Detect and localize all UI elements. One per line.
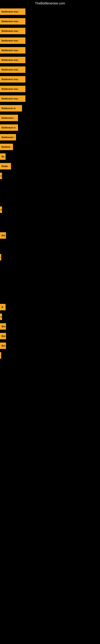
bottleneck-badge: Bot (0, 333, 6, 339)
list-item[interactable]: | (0, 352, 100, 360)
bottleneck-badge: Bot (0, 342, 6, 349)
list-item[interactable]: Bottlene (0, 143, 100, 151)
bottleneck-badge: Bot (0, 323, 6, 330)
list-item[interactable]: Bo (0, 152, 100, 160)
bottleneck-badge: Bottleneck r (0, 134, 16, 140)
bottleneck-badge: Bottleneck resu (0, 38, 25, 44)
list-item[interactable]: Bottleneck resu (0, 17, 100, 25)
list-item[interactable]: Bottleneck resu (0, 37, 100, 45)
list-item[interactable]: Bottleneck resu (0, 66, 100, 74)
list-item[interactable]: Bottleneck resu (0, 56, 100, 64)
gap-spacer (0, 215, 100, 232)
bottleneck-badge: Bottleneck r (0, 115, 18, 121)
list-item[interactable]: B (0, 172, 100, 180)
bottleneck-badge: B (0, 206, 2, 213)
list-item[interactable]: Bottleneck resu (0, 27, 100, 35)
list-item[interactable]: Bottleneck re (0, 104, 100, 112)
list-item[interactable]: Bottleneck r (0, 133, 100, 141)
bottleneck-badge: Bottleneck resu (0, 47, 25, 54)
bottleneck-badge: B (0, 173, 2, 179)
bottleneck-badge: B (0, 304, 6, 310)
gap-spacer (0, 263, 100, 303)
list-item[interactable]: Bot (0, 232, 100, 240)
bottleneck-badge: Bottleneck resu (0, 8, 25, 15)
list-item[interactable]: B (0, 313, 100, 321)
bottleneck-badge: | (0, 254, 1, 260)
list-item[interactable]: Bottleneck resu (0, 75, 100, 83)
bottleneck-badge: Bottleneck resu (0, 86, 25, 92)
list-item[interactable]: B (0, 303, 100, 311)
bottleneck-badge: Bottleneck re (0, 124, 18, 131)
bottleneck-badge: Bo (0, 153, 6, 160)
list-item[interactable]: Bottleneck re (0, 124, 100, 132)
bottleneck-badge: Bottleneck resu (0, 28, 25, 34)
bottleneck-badge: Bottleneck resu (0, 96, 25, 102)
list-item[interactable]: Bottleneck resu (0, 8, 100, 16)
bottleneck-badge: Bottleneck resu (0, 18, 25, 24)
items-container: Bottleneck resu Bottleneck resu Bottlene… (0, 7, 100, 360)
bottleneck-badge: Bot (0, 232, 6, 239)
gap-spacer (0, 241, 100, 253)
bottleneck-badge: Bottleneck resu (0, 66, 25, 73)
bottleneck-badge: Bottleneck resu (0, 57, 25, 63)
list-item[interactable]: Bot (0, 342, 100, 350)
bottleneck-badge: B (0, 314, 2, 320)
bottleneck-badge: Bottlene (0, 144, 13, 150)
bottleneck-badge: | (0, 352, 1, 359)
list-item[interactable]: Bottleneck resu (0, 46, 100, 54)
site-title: TheBottlenecker.com (0, 0, 100, 7)
list-item[interactable]: Bottle (0, 162, 100, 170)
bottleneck-badge: Bottle (0, 163, 11, 170)
list-item[interactable]: Bot (0, 332, 100, 340)
list-item[interactable]: | (0, 253, 100, 261)
bottleneck-badge: Bottleneck re (0, 105, 22, 112)
list-item[interactable]: Bot (0, 322, 100, 330)
bottleneck-badge: Bottleneck resu (0, 76, 25, 82)
list-item[interactable]: Bottleneck resu (0, 94, 100, 103)
list-item[interactable]: Bottleneck resu (0, 85, 100, 93)
list-item[interactable]: Bottleneck r (0, 114, 100, 122)
list-item[interactable]: B (0, 206, 100, 214)
gap-spacer (0, 182, 100, 206)
